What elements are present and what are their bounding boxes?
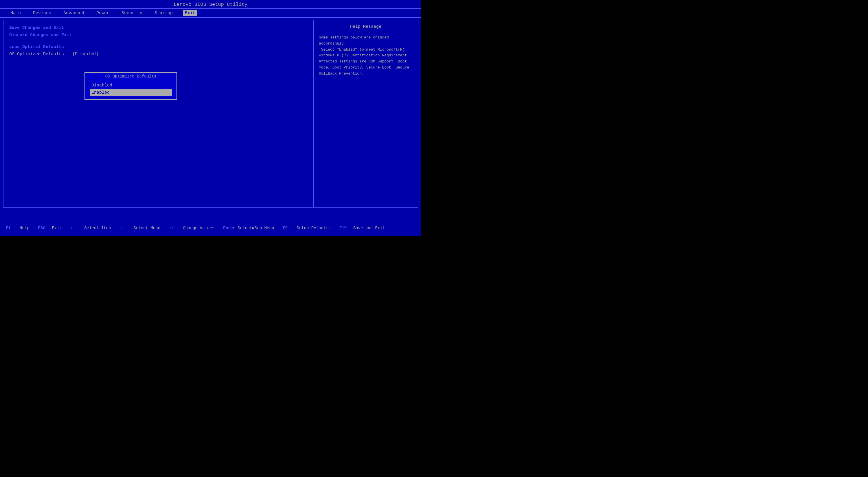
key-enter: Enter Select►Sub-Menu [223, 226, 274, 230]
main-content: Save Changes and Exit Discard Changes an… [3, 20, 418, 208]
bios-screen: Lenovo BIOS Setup Utility Main Devices A… [0, 0, 421, 236]
key-f9: F9 Setup Defaults [283, 226, 331, 230]
menu-bar: Main Devices Advanced Power Security Sta… [0, 8, 421, 18]
dropdown-option-enabled[interactable]: Enabled [90, 89, 172, 96]
dropdown-option-disabled[interactable]: Disabled [90, 82, 172, 89]
menu-security[interactable]: Security [120, 10, 144, 16]
dropdown-options: Disabled Enabled [85, 80, 177, 99]
key-updown: ↑↓ Select Item [70, 226, 111, 230]
menu-devices[interactable]: Devices [31, 10, 53, 16]
menu-exit[interactable]: Exit [183, 10, 197, 16]
os-optimized-defaults[interactable]: OS Optimized Defaults [Disabled] [9, 50, 307, 58]
menu-advanced[interactable]: Advanced [62, 10, 86, 16]
load-optimal-defaults[interactable]: Load Optimal Defaults [9, 43, 307, 50]
key-f1: F1 Help [6, 226, 30, 230]
key-leftright: ↔ Select Menu [120, 226, 160, 230]
menu-startup[interactable]: Startup [153, 10, 175, 16]
menu-power[interactable]: Power [95, 10, 111, 16]
discard-changes-exit[interactable]: Discard Changes and Exit [9, 32, 307, 39]
status-bar: F1 Help ESC Exit ↑↓ Select Item ↔ Select… [0, 220, 421, 236]
left-panel: Save Changes and Exit Discard Changes an… [3, 20, 314, 207]
menu-main[interactable]: Main [9, 10, 23, 16]
key-f10: F10 Save and Exit [339, 226, 385, 230]
dropdown-title: OS Optimized Defaults [85, 73, 177, 80]
os-optimized-dropdown: OS Optimized Defaults Disabled Enabled [85, 72, 177, 100]
help-panel: Help Message Some settings below are cha… [314, 20, 418, 207]
help-text: Some settings below are changed accordin… [319, 35, 412, 77]
save-changes-exit[interactable]: Save Changes and Exit [9, 24, 307, 32]
key-esc: ESC Exit [38, 226, 62, 230]
bios-title: Lenovo BIOS Setup Utility [0, 0, 421, 8]
help-title: Help Message [319, 24, 412, 31]
key-plusminus: +/- Change Values [169, 226, 214, 230]
